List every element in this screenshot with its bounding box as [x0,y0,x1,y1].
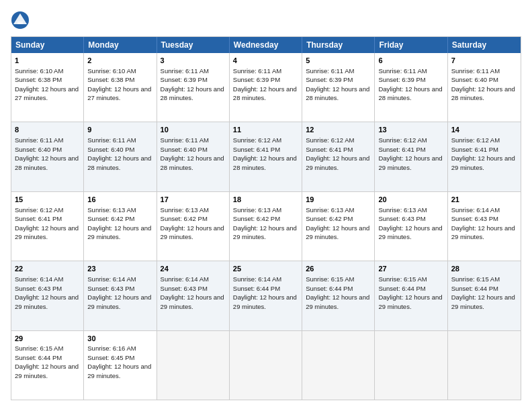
day-cell-1: 1Sunrise: 6:10 AMSunset: 6:38 PMDaylight… [11,53,84,122]
calendar-row-1: 8Sunrise: 6:11 AMSunset: 6:40 PMDaylight… [11,122,521,191]
day-number: 13 [378,125,443,135]
calendar-row-2: 15Sunrise: 6:12 AMSunset: 6:41 PMDayligh… [11,191,521,261]
cell-info: Sunrise: 6:11 AMSunset: 6:40 PMDaylight:… [15,136,79,171]
cell-info: Sunrise: 6:13 AMSunset: 6:43 PMDaylight:… [378,206,442,241]
day-cell-6: 6Sunrise: 6:11 AMSunset: 6:39 PMDaylight… [375,53,447,122]
logo [11,11,34,30]
day-cell-23: 23Sunrise: 6:14 AMSunset: 6:43 PMDayligh… [84,261,157,330]
day-cell-17: 17Sunrise: 6:13 AMSunset: 6:42 PMDayligh… [157,192,230,261]
day-cell-8: 8Sunrise: 6:11 AMSunset: 6:40 PMDaylight… [11,122,84,191]
header-day-sunday: Sunday [11,37,84,53]
empty-cell [230,331,302,400]
cell-info: Sunrise: 6:13 AMSunset: 6:42 PMDaylight:… [87,206,151,241]
cell-info: Sunrise: 6:14 AMSunset: 6:43 PMDaylight:… [15,275,79,310]
day-number: 11 [233,125,298,135]
day-number: 18 [233,195,298,205]
header-day-tuesday: Tuesday [157,37,230,53]
day-number: 23 [87,264,152,274]
cell-info: Sunrise: 6:14 AMSunset: 6:43 PMDaylight:… [87,275,151,310]
cell-info: Sunrise: 6:11 AMSunset: 6:39 PMDaylight:… [161,67,224,102]
cell-info: Sunrise: 6:12 AMSunset: 6:41 PMDaylight:… [233,136,297,171]
cell-info: Sunrise: 6:12 AMSunset: 6:41 PMDaylight:… [15,206,79,241]
header-day-friday: Friday [375,37,447,53]
calendar-row-0: 1Sunrise: 6:10 AMSunset: 6:38 PMDaylight… [11,53,521,122]
cell-info: Sunrise: 6:11 AMSunset: 6:39 PMDaylight:… [378,67,442,102]
day-number: 7 [451,56,517,66]
cell-info: Sunrise: 6:12 AMSunset: 6:41 PMDaylight:… [378,136,442,171]
cell-info: Sunrise: 6:11 AMSunset: 6:39 PMDaylight:… [233,67,297,102]
day-number: 26 [306,264,371,274]
day-number: 22 [15,264,80,274]
calendar: SundayMondayTuesdayWednesdayThursdayFrid… [11,36,521,400]
day-number: 2 [87,56,152,66]
day-cell-11: 11Sunrise: 6:12 AMSunset: 6:41 PMDayligh… [230,122,302,191]
cell-info: Sunrise: 6:11 AMSunset: 6:39 PMDaylight:… [306,67,369,102]
header-day-thursday: Thursday [302,37,375,53]
day-number: 28 [451,264,517,274]
cell-info: Sunrise: 6:14 AMSunset: 6:44 PMDaylight:… [233,275,297,310]
cell-info: Sunrise: 6:15 AMSunset: 6:44 PMDaylight:… [451,275,515,310]
day-cell-24: 24Sunrise: 6:14 AMSunset: 6:43 PMDayligh… [157,261,230,330]
cell-info: Sunrise: 6:15 AMSunset: 6:44 PMDaylight:… [306,275,369,310]
day-cell-22: 22Sunrise: 6:14 AMSunset: 6:43 PMDayligh… [11,261,84,330]
day-number: 12 [306,125,371,135]
day-cell-3: 3Sunrise: 6:11 AMSunset: 6:39 PMDaylight… [157,53,230,122]
day-number: 14 [451,125,517,135]
day-cell-19: 19Sunrise: 6:13 AMSunset: 6:42 PMDayligh… [302,192,375,261]
cell-info: Sunrise: 6:12 AMSunset: 6:41 PMDaylight:… [306,136,369,171]
logo-icon [11,11,30,30]
day-number: 10 [161,125,226,135]
cell-info: Sunrise: 6:16 AMSunset: 6:45 PMDaylight:… [87,345,151,379]
header-day-saturday: Saturday [448,37,521,53]
empty-cell [375,331,447,400]
empty-cell [302,331,375,400]
day-number: 30 [87,334,152,344]
day-number: 8 [15,125,80,135]
day-cell-28: 28Sunrise: 6:15 AMSunset: 6:44 PMDayligh… [448,261,521,330]
day-number: 4 [233,56,298,66]
day-number: 1 [15,56,80,66]
page: SundayMondayTuesdayWednesdayThursdayFrid… [0,0,532,411]
day-number: 19 [306,195,371,205]
day-cell-10: 10Sunrise: 6:11 AMSunset: 6:40 PMDayligh… [157,122,230,191]
cell-info: Sunrise: 6:13 AMSunset: 6:42 PMDaylight:… [306,206,369,241]
day-cell-14: 14Sunrise: 6:12 AMSunset: 6:41 PMDayligh… [448,122,521,191]
day-cell-20: 20Sunrise: 6:13 AMSunset: 6:43 PMDayligh… [375,192,447,261]
day-cell-7: 7Sunrise: 6:11 AMSunset: 6:40 PMDaylight… [448,53,521,122]
cell-info: Sunrise: 6:14 AMSunset: 6:43 PMDaylight:… [451,206,515,241]
cell-info: Sunrise: 6:13 AMSunset: 6:42 PMDaylight:… [161,206,224,241]
day-cell-16: 16Sunrise: 6:13 AMSunset: 6:42 PMDayligh… [84,192,157,261]
day-number: 25 [233,264,298,274]
day-cell-2: 2Sunrise: 6:10 AMSunset: 6:38 PMDaylight… [84,53,157,122]
cell-info: Sunrise: 6:10 AMSunset: 6:38 PMDaylight:… [87,67,151,102]
day-cell-29: 29Sunrise: 6:15 AMSunset: 6:44 PMDayligh… [11,331,84,400]
day-cell-12: 12Sunrise: 6:12 AMSunset: 6:41 PMDayligh… [302,122,375,191]
cell-info: Sunrise: 6:10 AMSunset: 6:38 PMDaylight:… [15,67,79,102]
day-cell-4: 4Sunrise: 6:11 AMSunset: 6:39 PMDaylight… [230,53,302,122]
day-cell-9: 9Sunrise: 6:11 AMSunset: 6:40 PMDaylight… [84,122,157,191]
cell-info: Sunrise: 6:11 AMSunset: 6:40 PMDaylight:… [161,136,224,171]
header-day-monday: Monday [84,37,157,53]
day-number: 15 [15,195,80,205]
calendar-row-3: 22Sunrise: 6:14 AMSunset: 6:43 PMDayligh… [11,261,521,330]
day-cell-21: 21Sunrise: 6:14 AMSunset: 6:43 PMDayligh… [448,192,521,261]
day-number: 9 [87,125,152,135]
day-number: 17 [161,195,226,205]
day-cell-5: 5Sunrise: 6:11 AMSunset: 6:39 PMDaylight… [302,53,375,122]
header-day-wednesday: Wednesday [230,37,302,53]
day-number: 5 [306,56,371,66]
cell-info: Sunrise: 6:15 AMSunset: 6:44 PMDaylight:… [378,275,442,310]
cell-info: Sunrise: 6:15 AMSunset: 6:44 PMDaylight:… [15,345,79,379]
calendar-row-4: 29Sunrise: 6:15 AMSunset: 6:44 PMDayligh… [11,330,521,400]
cell-info: Sunrise: 6:14 AMSunset: 6:43 PMDaylight:… [161,275,224,310]
svg-rect-2 [17,21,23,24]
day-number: 16 [87,195,152,205]
day-cell-30: 30Sunrise: 6:16 AMSunset: 6:45 PMDayligh… [84,331,157,400]
header [11,11,521,30]
day-number: 6 [378,56,443,66]
day-cell-27: 27Sunrise: 6:15 AMSunset: 6:44 PMDayligh… [375,261,447,330]
day-number: 29 [15,334,80,344]
empty-cell [448,331,521,400]
calendar-body: 1Sunrise: 6:10 AMSunset: 6:38 PMDaylight… [11,53,521,400]
cell-info: Sunrise: 6:11 AMSunset: 6:40 PMDaylight:… [451,67,515,102]
